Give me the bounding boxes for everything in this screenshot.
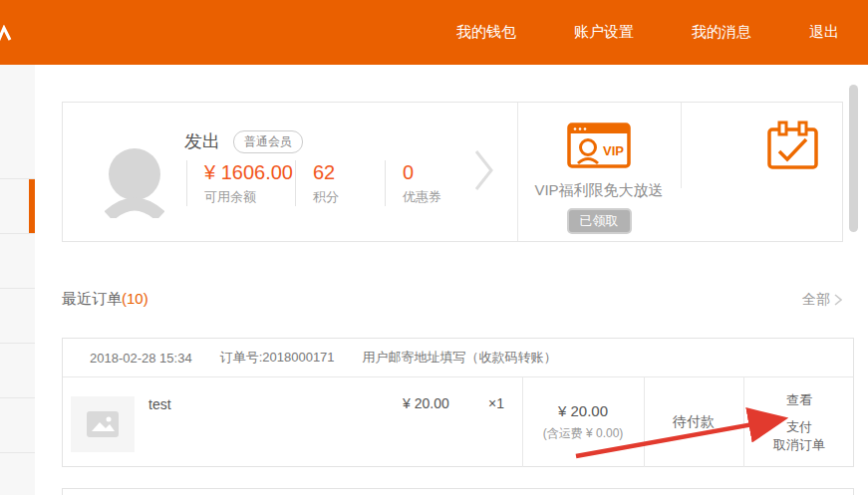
view-order-link[interactable]: 查看 [743, 391, 855, 409]
nav-account-settings[interactable]: 账户设置 [574, 23, 634, 42]
vip-browser-icon: VIP [567, 123, 631, 172]
sidebar-item[interactable] [0, 65, 35, 179]
member-level-badge: 普通会员 [233, 130, 303, 153]
sidebar-active-indicator [29, 179, 35, 233]
order-datetime: 2018-02-28 15:34 [90, 351, 192, 366]
vip-claimed-button[interactable]: 已领取 [567, 208, 632, 234]
cancel-order-link[interactable]: 取消订单 [743, 436, 855, 454]
product-name[interactable]: test [148, 396, 171, 412]
calendar-check-icon[interactable] [767, 121, 819, 174]
order-number: 订单号:2018000171 [220, 349, 335, 367]
product-price: ¥ 20.00 [403, 395, 449, 411]
top-navigation: 我的钱包 账户设置 我的消息 退出 [456, 0, 839, 65]
points-label: 积分 [313, 188, 385, 206]
avatar [105, 146, 164, 222]
order-card-header: 2018-02-28 15:34 订单号:2018000171 用户邮寄地址填写… [63, 339, 853, 377]
recent-orders-header: 最近订单(10) 全部 [62, 290, 855, 312]
nav-logout[interactable]: 退出 [809, 23, 839, 42]
account-stats: ¥ 1606.00 可用余额 62 积分 0 优惠券 [186, 160, 494, 206]
vip-promo-title: VIP福利限免大放送 [517, 181, 681, 200]
stat-balance[interactable]: ¥ 1606.00 可用余额 [186, 160, 295, 206]
balance-label: 可用余额 [204, 188, 295, 206]
nav-my-messages[interactable]: 我的消息 [692, 23, 751, 42]
site-logo-icon [0, 25, 12, 47]
product-quantity: ×1 [488, 395, 504, 411]
profile-expand-chevron-icon[interactable] [473, 148, 495, 196]
order-status: 待付款 [644, 413, 743, 431]
orders-count: (10) [122, 290, 148, 307]
order-card: 2018-02-28 15:34 订单号:2018000171 用户邮寄地址填写… [62, 338, 854, 467]
sidebar-item[interactable] [0, 398, 35, 453]
user-identity: 发出 普通会员 [184, 129, 303, 153]
balance-value: ¥ 1606.00 [204, 160, 296, 185]
card-divider [681, 103, 682, 188]
product-thumbnail[interactable] [71, 396, 135, 452]
checkin-block [713, 103, 868, 241]
sidebar-item[interactable] [0, 344, 35, 398]
chevron-right-icon [834, 294, 842, 306]
shipping-note: (含运费 ¥ 0.00) [522, 425, 644, 442]
username: 发出 [184, 129, 220, 153]
profile-card: 发出 普通会员 ¥ 1606.00 可用余额 62 积分 0 优惠券 [62, 102, 843, 242]
order-status-cell: 待付款 [644, 377, 743, 431]
sidebar-item[interactable] [0, 234, 35, 289]
vertical-scrollbar-thumb[interactable] [849, 85, 858, 232]
order-card-body: test ¥ 20.00 ×1 ¥ 20.00 (含运费 ¥ 0.00) 待付款… [63, 377, 853, 467]
next-order-card-clipped [62, 488, 854, 495]
stat-points[interactable]: 62 积分 [295, 160, 385, 206]
top-header-bar: 我的钱包 账户设置 我的消息 退出 [0, 0, 868, 65]
svg-text:VIP: VIP [603, 143, 624, 158]
pay-order-link[interactable]: 支付 [743, 418, 855, 436]
view-all-orders-link[interactable]: 全部 [802, 291, 842, 309]
image-placeholder-icon [87, 411, 119, 437]
order-total: ¥ 20.00 [522, 402, 644, 419]
vip-promo: VIP VIP福利限免大放送 已领取 [517, 103, 681, 241]
nav-my-wallet[interactable]: 我的钱包 [456, 23, 516, 42]
recent-orders-title: 最近订单(10) [62, 290, 148, 309]
left-sidebar-clipped [0, 65, 35, 495]
order-total-cell: ¥ 20.00 (含运费 ¥ 0.00) [522, 377, 644, 442]
sidebar-item[interactable] [0, 289, 35, 344]
order-note: 用户邮寄地址填写（收款码转账） [363, 349, 557, 367]
